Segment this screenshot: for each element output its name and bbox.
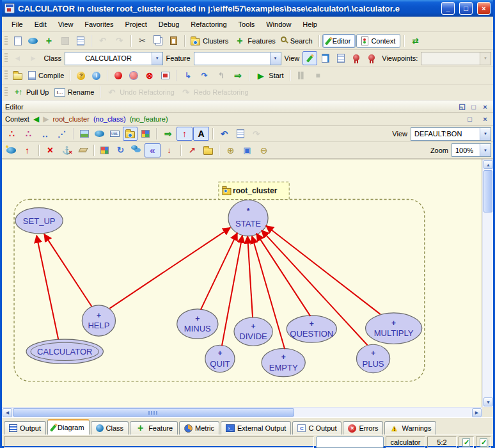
history-button[interactable] [233,127,248,141]
status-search-input[interactable] [316,436,384,448]
client-supplier-button[interactable] [37,127,53,141]
link-tool-button[interactable] [184,143,200,157]
vertical-scrollbar[interactable]: ▲ ▼ [482,159,493,407]
maximize-button[interactable]: □ [459,2,473,15]
create-client-link-button[interactable] [160,127,176,141]
start-button[interactable]: Start [253,68,286,83]
tab-c-output[interactable]: C C Output [292,421,342,435]
link-multiply-state[interactable] [266,226,380,314]
flat-view-button[interactable] [333,51,348,65]
aggregate-button[interactable] [54,127,70,141]
breadcrumb-class[interactable]: (no_class) [93,115,126,123]
external-editor-button[interactable] [407,34,423,48]
title-bar[interactable]: CALCULATOR in cluster root_cluster locat… [2,0,493,17]
menu-tools[interactable]: Tools [233,19,261,30]
tab-diagram[interactable]: Diagram [47,419,90,435]
chevron-down-icon[interactable] [152,52,162,65]
interface-view-button[interactable] [364,51,379,65]
new-class-button[interactable] [26,34,40,48]
close-button[interactable]: × [477,2,491,15]
menu-help[interactable]: Help [297,19,323,30]
tab-warnings[interactable]: Warnings [384,421,436,435]
rotate-button[interactable] [113,143,129,157]
info-button[interactable]: i [89,68,104,83]
menu-project[interactable]: Project [120,19,153,30]
stop-button[interactable] [310,68,326,83]
horizontal-scrollbar[interactable]: ◀ ▶ [2,407,482,417]
straighten-button[interactable] [161,143,177,157]
step-over-button[interactable] [196,68,212,83]
scroll-right-icon[interactable]: ▶ [472,408,482,417]
link-divide-state[interactable] [248,236,253,317]
link-help-set-up[interactable] [44,234,91,307]
cluster-hierarchy-button[interactable] [20,127,36,141]
context-back-icon[interactable]: ◀ [33,115,39,124]
breadcrumb-cluster[interactable]: root_cluster [52,115,89,123]
redo-refactoring-button[interactable]: Redo Refactoring [178,85,251,99]
fit-to-window-button[interactable] [239,143,255,157]
run-to-cursor-button[interactable] [230,68,246,83]
tab-class[interactable]: Class [91,421,129,435]
zoom-in-button[interactable] [223,143,239,157]
redo-button[interactable] [111,34,127,48]
diagram-undo-button[interactable] [216,127,232,141]
pause-button[interactable] [294,68,310,83]
compile-button[interactable]: Compile [26,68,67,83]
eraser-button[interactable] [75,143,90,157]
menu-view[interactable]: View [52,19,79,30]
project-settings-button[interactable] [10,68,25,83]
delete-button[interactable] [42,143,58,157]
editor-toggle-button[interactable]: Editor [322,34,356,48]
close-panel-icon[interactable]: × [480,103,490,111]
horizontal-scroll-thumb[interactable] [13,408,294,417]
create-inheritance-link-button[interactable] [177,127,192,141]
maximize-panel-icon[interactable]: □ [469,103,478,111]
new-document-button[interactable] [10,34,25,48]
scroll-up-icon[interactable]: ▲ [483,160,493,169]
chevron-down-icon[interactable] [270,52,281,65]
breadcrumb-feature[interactable]: (no_feature) [130,115,168,123]
features-button[interactable]: Features [232,34,278,48]
menu-refactoring[interactable]: Refactoring [185,19,232,30]
put-handles-button[interactable] [77,127,91,141]
search-button[interactable]: Search [279,34,315,48]
unanchor-button[interactable] [59,143,75,157]
tab-external-output[interactable]: ›_ External Output [221,421,291,435]
feature-combobox[interactable] [194,52,281,65]
pull-up-button[interactable]: Pull Up [10,85,51,99]
fill-colors-button[interactable] [97,143,112,157]
new-class-node-button[interactable] [4,143,19,157]
error-info-button[interactable]: ? [74,68,88,83]
undock-icon[interactable]: ◱ [457,102,467,111]
class-tool-button[interactable] [92,127,107,141]
window-colors-button[interactable] [138,127,153,141]
menu-file[interactable]: File [6,19,29,30]
contract-view-button[interactable] [349,51,363,65]
toolbar-grip[interactable] [4,53,8,63]
cluster-tool-button[interactable] [123,127,138,141]
rename-button[interactable]: I… Rename [52,85,97,99]
toolbar-grip[interactable] [4,87,8,97]
clusters-button[interactable]: Clusters [188,34,231,48]
menu-window[interactable]: Window [260,19,297,30]
context-forward-icon[interactable]: ▶ [43,115,49,124]
tab-feature[interactable]: Feature [130,421,178,435]
viewpoints-combobox[interactable] [421,52,491,65]
text-tool-button[interactable] [193,127,209,141]
menu-edit[interactable]: Edit [29,19,52,30]
copy-button[interactable] [151,34,166,48]
step-into-button[interactable] [180,68,196,83]
debug-run-button[interactable] [111,68,125,83]
tab-output[interactable]: Output [4,421,46,435]
vertical-scroll-thumb[interactable] [483,170,492,212]
text-view-button[interactable] [302,51,317,65]
step-out-button[interactable] [213,68,229,83]
new-feature-button[interactable] [41,34,57,48]
tab-metric[interactable]: Metric [179,421,219,435]
class-hierarchy-button[interactable] [4,127,20,141]
link-help-state[interactable] [109,228,230,308]
remove-stop-points-button[interactable] [141,68,157,83]
paste-button[interactable] [166,34,181,48]
chevron-down-icon[interactable] [480,128,491,140]
diagram-redo-button[interactable] [248,127,264,141]
